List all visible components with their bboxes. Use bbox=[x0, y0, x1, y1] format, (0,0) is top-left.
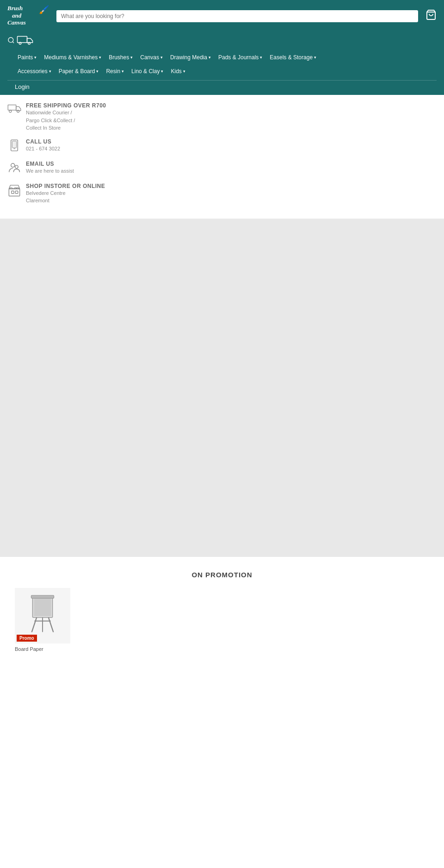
shipping-subtitle: Nationwide Courier / Pargo Click &Collec… bbox=[26, 109, 106, 132]
nav-primary: Paints ▾ Mediums & Varnishes ▾ Brushes ▾… bbox=[7, 52, 437, 66]
nav-item-paper-board[interactable]: Paper & Board ▾ bbox=[56, 66, 102, 76]
email-title: EMAIL US bbox=[26, 161, 74, 167]
chevron-down-icon: ▾ bbox=[122, 69, 124, 74]
svg-rect-10 bbox=[12, 141, 16, 148]
nav-item-pads-journals[interactable]: Pads & Journals ▾ bbox=[216, 52, 265, 62]
call-title: CALL US bbox=[26, 138, 60, 145]
chevron-down-icon: ▾ bbox=[160, 55, 163, 60]
chevron-down-icon: ▾ bbox=[49, 69, 51, 74]
chevron-down-icon: ▾ bbox=[183, 69, 185, 74]
svg-rect-15 bbox=[12, 191, 14, 193]
nav-item-canvas[interactable]: Canvas ▾ bbox=[137, 52, 166, 62]
logo-line2: Canvas bbox=[7, 19, 26, 26]
svg-point-13 bbox=[15, 165, 18, 169]
search-input[interactable] bbox=[56, 10, 418, 22]
shop-title: SHOP INSTORE OR ONLINE bbox=[26, 183, 105, 189]
svg-rect-23 bbox=[34, 597, 51, 616]
truck-icon bbox=[17, 33, 33, 49]
nav-item-paints[interactable]: Paints ▾ bbox=[15, 52, 39, 62]
header-top-row: Brush and Canvas 🖌️ bbox=[7, 5, 437, 28]
phone-icon bbox=[7, 139, 21, 154]
product-grid: Promo Board Paper bbox=[7, 588, 437, 652]
nav-secondary: Accessories ▾ Paper & Board ▾ Resin ▾ Li… bbox=[7, 66, 437, 80]
hero-banner bbox=[0, 219, 444, 557]
promotion-title: ON PROMOTION bbox=[7, 571, 437, 579]
nav-item-lino-clay[interactable]: Lino & Clay ▾ bbox=[129, 66, 166, 76]
shipping-title: FREE SHIPPING OVER R700 bbox=[26, 102, 106, 109]
logo-line1: Brush bbox=[7, 5, 23, 12]
chevron-down-icon: ▾ bbox=[99, 55, 101, 60]
logo-icon: 🖌️ bbox=[39, 5, 49, 15]
store-icon bbox=[7, 184, 21, 200]
nav-item-accessories[interactable]: Accessories ▾ bbox=[15, 66, 54, 76]
nav-item-drawing-media[interactable]: Drawing Media ▾ bbox=[167, 52, 214, 62]
svg-line-2 bbox=[12, 42, 14, 43]
svg-rect-6 bbox=[8, 105, 16, 110]
product-card[interactable]: Promo Board Paper bbox=[15, 588, 70, 652]
svg-point-1 bbox=[8, 37, 13, 43]
chevron-down-icon: ▾ bbox=[161, 69, 163, 74]
chevron-down-icon: ▾ bbox=[34, 55, 37, 60]
info-strip: FREE SHIPPING OVER R700 Nationwide Couri… bbox=[0, 95, 444, 219]
chevron-down-icon: ▾ bbox=[314, 55, 316, 60]
nav-item-brushes[interactable]: Brushes ▾ bbox=[106, 52, 136, 62]
chevron-down-icon: ▾ bbox=[209, 55, 211, 60]
svg-point-5 bbox=[28, 42, 31, 44]
nav-item-easels-storage[interactable]: Easels & Storage ▾ bbox=[267, 52, 319, 62]
info-email: EMAIL US We are here to assist bbox=[7, 161, 437, 176]
svg-point-4 bbox=[19, 42, 21, 44]
email-subtitle: We are here to assist bbox=[26, 167, 74, 175]
product-name: Board Paper bbox=[15, 646, 70, 652]
search-bar[interactable] bbox=[56, 10, 418, 22]
login-link[interactable]: Login bbox=[15, 83, 30, 90]
person-icon bbox=[7, 162, 21, 176]
chevron-down-icon: ▾ bbox=[130, 55, 133, 60]
product-image-area: Promo bbox=[15, 588, 70, 643]
svg-point-7 bbox=[9, 110, 12, 112]
nav-item-kids[interactable]: Kids ▾ bbox=[168, 66, 188, 76]
info-call: CALL US 021 - 674 3022 bbox=[7, 138, 437, 154]
info-shop: SHOP INSTORE OR ONLINE Belvedere Centre … bbox=[7, 183, 437, 205]
svg-rect-24 bbox=[31, 595, 54, 598]
chevron-down-icon: ▾ bbox=[96, 69, 99, 74]
cart-icon[interactable] bbox=[426, 9, 437, 23]
promotion-section: ON PROMOTION bbox=[0, 557, 444, 659]
promo-badge: Promo bbox=[17, 635, 37, 642]
svg-point-12 bbox=[11, 163, 15, 167]
svg-rect-3 bbox=[18, 37, 27, 43]
nav-item-resin[interactable]: Resin ▾ bbox=[103, 66, 127, 76]
chevron-down-icon: ▾ bbox=[260, 55, 262, 60]
shop-subtitle: Belvedere Centre Claremont bbox=[26, 189, 105, 205]
search-truck-row bbox=[7, 31, 437, 52]
site-header: Brush and Canvas 🖌️ bbox=[0, 0, 444, 95]
product-image bbox=[24, 593, 61, 639]
logo-area[interactable]: Brush and Canvas 🖌️ bbox=[7, 5, 49, 28]
login-bar: Login bbox=[7, 80, 437, 95]
shipping-truck-icon bbox=[7, 103, 21, 116]
call-subtitle: 021 - 674 3022 bbox=[26, 145, 60, 153]
search-icon[interactable] bbox=[7, 37, 15, 46]
nav-item-mediums[interactable]: Mediums & Varnishes ▾ bbox=[41, 52, 104, 62]
svg-rect-16 bbox=[15, 191, 18, 193]
info-shipping: FREE SHIPPING OVER R700 Nationwide Couri… bbox=[7, 102, 437, 132]
logo-and: and bbox=[12, 12, 21, 19]
